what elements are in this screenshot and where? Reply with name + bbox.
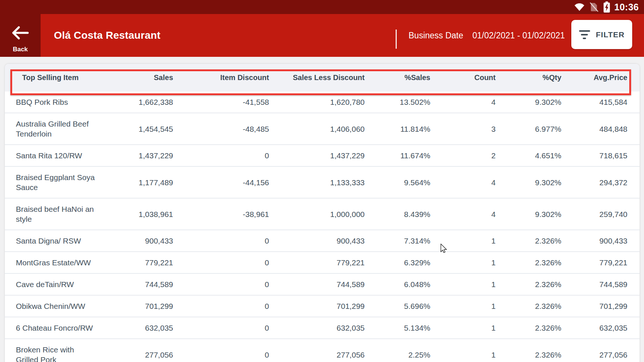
cell-avg_price: 277,056 [565, 339, 640, 362]
cell-item: Broken Rice with Grilled Pork [5, 339, 101, 362]
cell-count: 4 [434, 166, 499, 198]
table-row[interactable]: Australia Grilled Beef Tenderloin1,454,5… [5, 113, 640, 145]
cell-item: BBQ Pork Ribs [5, 92, 101, 113]
cell-sales: 1,177,489 [101, 166, 177, 198]
table-row[interactable]: Santa Digna/ RSW900,4330900,4337.314%12.… [5, 230, 640, 252]
report-table-card: Top Selling ItemSalesItem DiscountSales … [5, 64, 640, 362]
no-sim-icon [589, 2, 599, 12]
cell-count: 1 [434, 230, 499, 252]
cell-pct_qty: 6.977% [499, 113, 565, 145]
filter-button[interactable]: FILTER [571, 20, 632, 49]
cell-sales: 632,035 [101, 317, 177, 339]
cell-avg_price: 259,740 [565, 198, 640, 230]
cell-pct_qty: 2.326% [499, 252, 565, 273]
top-selling-items-table: Top Selling ItemSalesItem DiscountSales … [5, 64, 640, 362]
cell-avg_price: 632,035 [565, 317, 640, 339]
cell-avg_price: 701,299 [565, 295, 640, 317]
cell-sales_less_discount: 277,056 [273, 339, 368, 362]
table-row[interactable]: Cave deTain/RW744,5890744,5896.048%12.32… [5, 273, 640, 295]
cell-avg_price: 779,221 [565, 252, 640, 273]
cell-sales: 1,662,338 [101, 92, 177, 113]
cell-item_discount: 0 [177, 339, 273, 362]
business-date-value[interactable]: 01/02/2021 - 01/02/2021 [472, 14, 565, 57]
table-row[interactable]: BBQ Pork Ribs1,662,338-41,5581,620,78013… [5, 92, 640, 113]
cell-sales: 1,437,229 [101, 145, 177, 166]
cell-sales_less_discount: 1,000,000 [273, 198, 368, 230]
cell-sales: 701,299 [101, 295, 177, 317]
page-title: Olá Costa Restaurant [54, 14, 161, 57]
cell-pct_sales: 5.696% [368, 295, 434, 317]
cell-item_discount: -38,961 [177, 198, 273, 230]
table-row[interactable]: Santa Rita 120/RW1,437,22901,437,22911.6… [5, 145, 640, 166]
status-time: 10:36 [614, 2, 639, 13]
cell-pct_sales: 6.048% [368, 273, 434, 295]
cell-count: 1 [434, 273, 499, 295]
back-label: Back [13, 46, 28, 53]
cell-item: Cave deTain/RW [5, 273, 101, 295]
cell-sales_less_discount: 701,299 [273, 295, 368, 317]
cell-pct_sales: 5.134% [368, 317, 434, 339]
cell-count: 3 [434, 113, 499, 145]
cell-item_discount: 0 [177, 230, 273, 252]
cell-item: 6 Chateau Foncro/RW [5, 317, 101, 339]
table-row[interactable]: Braised Eggplant Soya Sauce1,177,489-44,… [5, 166, 640, 198]
cell-sales_less_discount: 779,221 [273, 252, 368, 273]
cell-pct_qty: 2.326% [499, 230, 565, 252]
table-row[interactable]: 6 Chateau Foncro/RW632,0350632,0355.134%… [5, 317, 640, 339]
cell-item_discount: 0 [177, 145, 273, 166]
cell-pct_sales: 11.674% [368, 145, 434, 166]
cell-item: Braised beef HaNoi an style [5, 198, 101, 230]
filter-button-label: FILTER [596, 30, 625, 39]
cell-count: 4 [434, 92, 499, 113]
cell-avg_price: 484,848 [565, 113, 640, 145]
cell-count: 2 [434, 145, 499, 166]
cell-pct_qty: 9.302% [499, 198, 565, 230]
table-body: BBQ Pork Ribs1,662,338-41,5581,620,78013… [5, 92, 640, 362]
cell-sales_less_discount: 744,589 [273, 273, 368, 295]
cell-sales: 744,589 [101, 273, 177, 295]
cell-sales: 779,221 [101, 252, 177, 273]
cell-avg_price: 744,589 [565, 273, 640, 295]
wifi-icon [574, 3, 585, 11]
cell-pct_sales: 6.329% [368, 252, 434, 273]
column-header: Item Discount [177, 64, 273, 92]
cell-sales_less_discount: 1,133,333 [273, 166, 368, 198]
table-header-row: Top Selling ItemSalesItem DiscountSales … [5, 64, 640, 92]
cell-item_discount: -44,156 [177, 166, 273, 198]
cell-item: MontGras Estate/WW [5, 252, 101, 273]
cell-sales_less_discount: 1,620,780 [273, 92, 368, 113]
cell-item_discount: 0 [177, 317, 273, 339]
column-header: Top Selling Item [5, 64, 101, 92]
cell-sales_less_discount: 1,406,060 [273, 113, 368, 145]
cell-pct_sales: 8.439% [368, 198, 434, 230]
cell-pct_qty: 2.326% [499, 273, 565, 295]
cell-pct_sales: 2.25% [368, 339, 434, 362]
app-screen: 10:36 Back Olá Costa Restaurant Business… [0, 0, 644, 362]
back-button[interactable]: Back [0, 0, 41, 57]
battery-charging-icon [603, 1, 610, 13]
column-header: Count [434, 64, 499, 92]
cell-count: 4 [434, 198, 499, 230]
table-row[interactable]: Braised beef HaNoi an style1,038,961-38,… [5, 198, 640, 230]
back-arrow-icon [11, 25, 30, 41]
cell-item: Santa Digna/ RSW [5, 230, 101, 252]
table-row[interactable]: Obikwa Chenin/WW701,2990701,2995.696%12.… [5, 295, 640, 317]
cell-pct_sales: 11.814% [368, 113, 434, 145]
table-row[interactable]: Broken Rice with Grilled Pork277,0560277… [5, 339, 640, 362]
filter-icon [579, 30, 590, 39]
table-row[interactable]: MontGras Estate/WW779,2210779,2216.329%1… [5, 252, 640, 273]
cell-avg_price: 294,372 [565, 166, 640, 198]
cell-item_discount: 0 [177, 273, 273, 295]
status-bar: 10:36 [0, 0, 644, 14]
cell-sales_less_discount: 632,035 [273, 317, 368, 339]
column-header: Sales Less Discount [273, 64, 368, 92]
cell-avg_price: 415,584 [565, 92, 640, 113]
cell-item_discount: 0 [177, 252, 273, 273]
cell-pct_qty: 2.326% [499, 295, 565, 317]
cell-item: Santa Rita 120/RW [5, 145, 101, 166]
cell-count: 1 [434, 339, 499, 362]
business-date-label: Business Date [409, 14, 463, 57]
app-header: Back Olá Costa Restaurant Business Date … [0, 14, 644, 57]
cell-sales: 1,454,545 [101, 113, 177, 145]
column-header: Avg.Price [565, 64, 640, 92]
